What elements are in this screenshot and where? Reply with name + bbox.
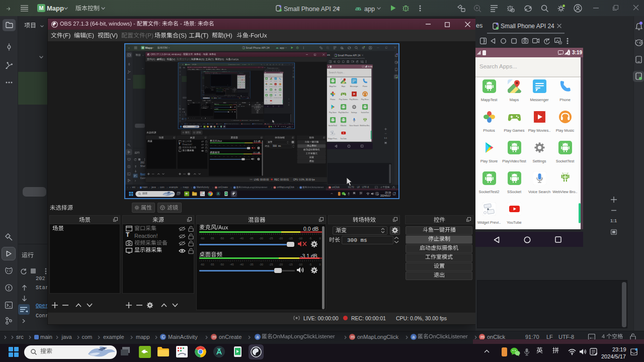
- svg-text:-40: -40: [227, 145, 229, 146]
- svg-text:-60: -60: [210, 156, 212, 157]
- svg-text:-40: -40: [227, 156, 229, 157]
- svg-text:0: 0: [236, 106, 236, 106]
- svg-text:-40: -40: [221, 111, 222, 111]
- svg-text:-55: -55: [217, 89, 217, 89]
- svg-text:-10: -10: [252, 145, 254, 146]
- svg-text:-40: -40: [239, 263, 244, 266]
- svg-text:-35: -35: [223, 106, 224, 106]
- svg-text:-15: -15: [223, 89, 223, 89]
- svg-text:0: 0: [236, 111, 236, 111]
- svg-text:-20: -20: [279, 237, 283, 240]
- svg-text:-35: -35: [220, 91, 220, 92]
- svg-text:-25: -25: [239, 145, 242, 146]
- svg-text:-5: -5: [256, 145, 258, 146]
- svg-text:0: 0: [319, 263, 320, 266]
- svg-text:-15: -15: [289, 237, 293, 240]
- svg-text:-55: -55: [210, 237, 214, 240]
- svg-text:-35: -35: [250, 237, 254, 240]
- svg-text:-45: -45: [223, 145, 225, 146]
- svg-text:-35: -35: [231, 156, 233, 157]
- svg-text:-50: -50: [218, 89, 218, 89]
- svg-text:-35: -35: [223, 111, 224, 111]
- svg-text:-25: -25: [221, 89, 222, 89]
- svg-text:-55: -55: [216, 106, 217, 106]
- svg-text:0: 0: [225, 89, 226, 89]
- svg-text:0: 0: [261, 145, 262, 146]
- svg-text:-25: -25: [239, 156, 242, 157]
- svg-text:-5: -5: [234, 111, 234, 111]
- svg-text:-5: -5: [224, 91, 225, 92]
- svg-text:0: 0: [261, 156, 262, 157]
- svg-text:-10: -10: [232, 106, 233, 106]
- svg-text:-25: -25: [269, 237, 273, 240]
- svg-text:-45: -45: [220, 106, 221, 106]
- svg-text:-15: -15: [230, 106, 231, 106]
- svg-text:-20: -20: [228, 106, 229, 106]
- svg-text:-40: -40: [219, 89, 220, 89]
- svg-text:-55: -55: [217, 91, 217, 92]
- svg-text:-25: -25: [227, 106, 228, 106]
- svg-text:-60: -60: [216, 91, 217, 92]
- svg-text:-50: -50: [218, 91, 218, 92]
- svg-text:-10: -10: [224, 89, 224, 89]
- svg-text:-45: -45: [230, 263, 234, 266]
- svg-text:-25: -25: [269, 263, 273, 266]
- svg-text:0: 0: [225, 91, 226, 92]
- svg-text:-15: -15: [289, 263, 293, 266]
- svg-text:-30: -30: [225, 111, 226, 111]
- svg-text:-45: -45: [230, 237, 234, 240]
- svg-text:-50: -50: [218, 111, 219, 111]
- svg-text:-15: -15: [248, 156, 250, 157]
- svg-text:-15: -15: [230, 111, 231, 111]
- svg-text:-5: -5: [234, 106, 234, 106]
- svg-text:-35: -35: [250, 263, 254, 266]
- svg-text:-5: -5: [224, 89, 225, 89]
- svg-text:-60: -60: [200, 237, 204, 240]
- svg-text:-50: -50: [218, 106, 219, 106]
- svg-text:-20: -20: [279, 263, 283, 266]
- svg-text:-20: -20: [244, 156, 246, 157]
- svg-text:-60: -60: [210, 145, 212, 146]
- svg-text:-45: -45: [223, 156, 225, 157]
- svg-text:-15: -15: [248, 145, 250, 146]
- svg-text:-5: -5: [256, 156, 258, 157]
- svg-text:-5: -5: [309, 237, 311, 240]
- svg-text:-45: -45: [218, 91, 219, 92]
- svg-text:-60: -60: [200, 263, 204, 266]
- svg-text:-25: -25: [227, 111, 228, 111]
- svg-text:-50: -50: [218, 145, 220, 146]
- svg-text:-45: -45: [218, 89, 219, 89]
- svg-text:-30: -30: [259, 237, 263, 240]
- svg-text:-35: -35: [220, 89, 220, 89]
- svg-text:-40: -40: [239, 237, 244, 240]
- svg-text:-55: -55: [216, 111, 217, 111]
- svg-text:-10: -10: [298, 237, 302, 240]
- svg-text:-50: -50: [220, 237, 224, 240]
- svg-text:-10: -10: [224, 91, 224, 92]
- svg-text:-30: -30: [235, 145, 237, 146]
- svg-text:-60: -60: [214, 106, 215, 106]
- svg-text:-30: -30: [235, 156, 237, 157]
- svg-text:-30: -30: [221, 89, 221, 89]
- svg-text:-35: -35: [231, 145, 233, 146]
- svg-text:-15: -15: [223, 91, 223, 92]
- svg-text:-55: -55: [210, 263, 214, 266]
- svg-text:-10: -10: [298, 263, 302, 266]
- svg-text:-25: -25: [221, 91, 222, 92]
- svg-text:-20: -20: [244, 145, 246, 146]
- svg-text:-20: -20: [222, 91, 223, 92]
- svg-text:-40: -40: [219, 91, 220, 92]
- svg-text:-10: -10: [252, 156, 254, 157]
- svg-text:-20: -20: [228, 111, 229, 111]
- svg-text:-20: -20: [222, 89, 223, 89]
- svg-text:-5: -5: [309, 263, 311, 266]
- svg-text:0: 0: [319, 237, 320, 240]
- svg-text:-45: -45: [220, 111, 221, 111]
- svg-text:-30: -30: [225, 106, 226, 106]
- svg-text:-50: -50: [220, 263, 224, 266]
- svg-text:-30: -30: [221, 91, 221, 92]
- svg-text:-40: -40: [221, 106, 222, 106]
- svg-text:-10: -10: [232, 111, 233, 111]
- svg-text:-55: -55: [214, 156, 216, 157]
- svg-text:-60: -60: [214, 111, 215, 111]
